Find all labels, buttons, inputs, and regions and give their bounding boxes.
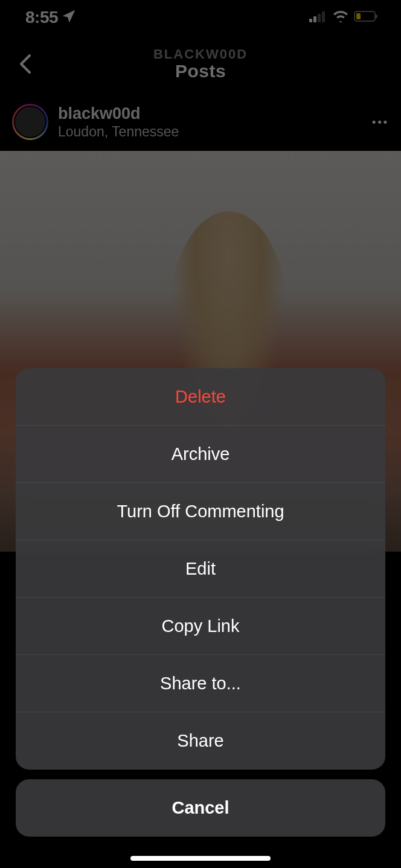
nav-header: BLACKW00D Posts <box>0 35 401 93</box>
post-username[interactable]: blackw00d <box>58 104 362 123</box>
avatar[interactable] <box>12 104 48 140</box>
svg-rect-6 <box>356 13 361 19</box>
location-icon <box>63 10 75 25</box>
svg-rect-2 <box>318 14 321 22</box>
action-edit[interactable]: Edit <box>16 540 385 598</box>
nav-title: Posts <box>0 61 401 81</box>
wifi-icon <box>332 10 349 25</box>
action-sheet: Delete Archive Turn Off Commenting Edit … <box>0 368 401 868</box>
svg-rect-4 <box>354 11 375 21</box>
svg-rect-1 <box>313 16 316 22</box>
action-share-to[interactable]: Share to... <box>16 655 385 712</box>
more-options-button[interactable]: ••• <box>372 116 389 129</box>
battery-icon <box>354 10 379 25</box>
post-header: blackw00d Loudon, Tennessee ••• <box>0 93 401 151</box>
action-turn-off-commenting[interactable]: Turn Off Commenting <box>16 483 385 540</box>
home-indicator[interactable] <box>130 856 271 861</box>
svg-rect-0 <box>309 19 312 22</box>
status-bar: 8:55 <box>0 0 401 35</box>
svg-rect-3 <box>322 11 325 22</box>
svg-rect-5 <box>376 14 377 18</box>
post-location[interactable]: Loudon, Tennessee <box>58 124 362 140</box>
chevron-left-icon <box>19 53 32 75</box>
action-sheet-options: Delete Archive Turn Off Commenting Edit … <box>16 368 385 770</box>
action-archive[interactable]: Archive <box>16 426 385 483</box>
action-cancel[interactable]: Cancel <box>16 779 385 837</box>
status-time: 8:55 <box>25 8 58 27</box>
action-copy-link[interactable]: Copy Link <box>16 598 385 655</box>
action-delete[interactable]: Delete <box>16 368 385 426</box>
cellular-signal-icon <box>309 10 327 25</box>
action-share[interactable]: Share <box>16 712 385 770</box>
back-button[interactable] <box>12 51 39 77</box>
nav-subtitle: BLACKW00D <box>0 46 401 62</box>
